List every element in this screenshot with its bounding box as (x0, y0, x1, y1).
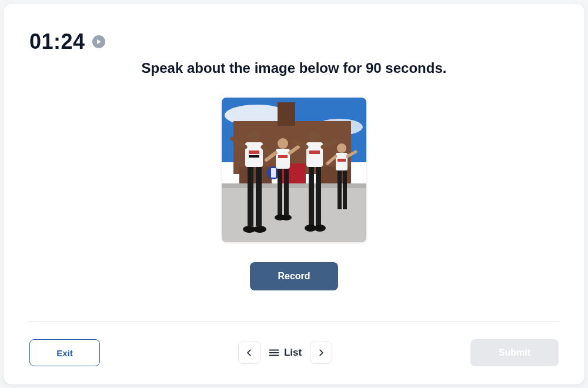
chevron-left-icon (245, 349, 253, 357)
svg-rect-37 (316, 167, 321, 226)
svg-rect-42 (338, 159, 346, 162)
play-icon (97, 39, 101, 44)
chevron-right-icon (317, 349, 325, 357)
nav-group: List (238, 342, 332, 364)
footer-divider (29, 321, 559, 322)
svg-point-22 (278, 138, 288, 149)
svg-rect-32 (306, 142, 323, 167)
svg-point-40 (337, 143, 346, 153)
record-button[interactable]: Record (250, 262, 338, 290)
svg-rect-5 (239, 167, 272, 183)
svg-rect-33 (309, 150, 320, 154)
timer-display: 01:24 (29, 29, 85, 54)
timer-row: 01:24 (29, 29, 105, 54)
svg-rect-24 (278, 155, 288, 158)
prompt-image (222, 98, 366, 242)
svg-point-21 (253, 226, 266, 233)
svg-point-31 (309, 131, 320, 142)
svg-rect-36 (309, 167, 314, 226)
svg-rect-19 (256, 167, 262, 226)
exercise-card: 01:24 Speak about the image below for 90… (4, 4, 584, 384)
svg-point-12 (248, 131, 260, 142)
list-button[interactable]: List (265, 347, 305, 359)
svg-rect-27 (278, 169, 282, 216)
list-icon (269, 349, 279, 357)
svg-rect-9 (271, 168, 276, 178)
prompt-text: Speak about the image below for 90 secon… (4, 60, 584, 76)
svg-rect-28 (284, 169, 289, 216)
svg-point-30 (281, 215, 292, 220)
svg-point-39 (314, 225, 326, 232)
svg-rect-23 (276, 149, 290, 169)
svg-rect-4 (278, 102, 295, 126)
svg-rect-14 (249, 150, 259, 154)
svg-rect-45 (338, 170, 342, 209)
prev-button[interactable] (238, 342, 260, 364)
play-audio-button[interactable] (92, 35, 105, 48)
svg-rect-13 (245, 142, 263, 167)
list-label: List (284, 347, 302, 359)
svg-rect-15 (249, 155, 259, 158)
footer-bar: Exit List Submit (29, 339, 559, 367)
submit-button[interactable]: Submit (470, 339, 559, 366)
next-button[interactable] (310, 342, 332, 364)
svg-rect-18 (248, 167, 253, 226)
svg-rect-46 (343, 170, 347, 209)
exit-button[interactable]: Exit (29, 339, 100, 366)
